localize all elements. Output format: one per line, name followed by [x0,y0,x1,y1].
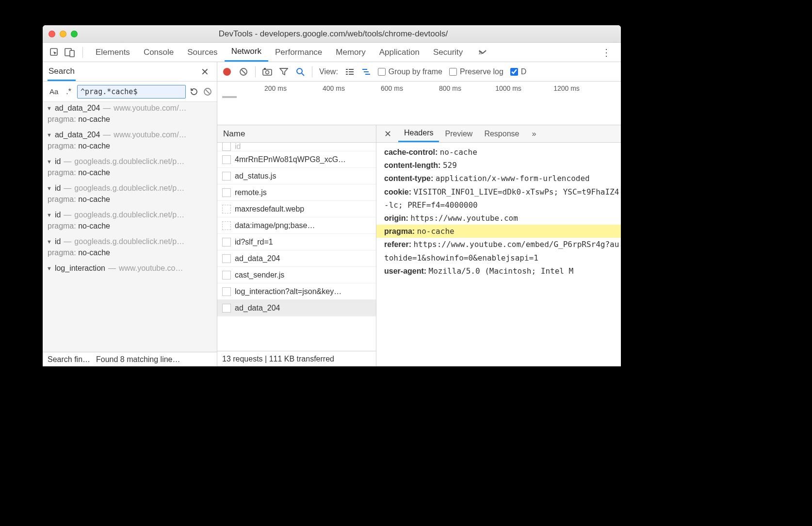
tab-sources[interactable]: Sources [180,43,224,62]
filter-icon[interactable] [279,67,289,77]
tab-application[interactable]: Application [373,43,426,62]
more-detail-tabs-icon[interactable]: » [527,130,541,138]
file-icon [222,304,231,312]
capture-screenshots-icon[interactable] [262,67,272,77]
request-row[interactable]: ad_data_204 [217,300,376,316]
request-row[interactable]: cast_sender.js [217,267,376,283]
request-row[interactable]: ad_data_204 [217,250,376,267]
search-result-file[interactable]: ▼id — googleads.g.doubleclick.net/p… [43,155,217,167]
timeline-tick: 800 ms [439,84,461,92]
request-row[interactable]: maxresdefault.webp [217,201,376,217]
name-column-header[interactable]: Name [217,125,376,143]
large-rows-icon[interactable] [345,67,355,77]
tab-network[interactable]: Network [225,43,268,62]
close-window-button[interactable] [49,31,55,37]
device-toggle-icon[interactable] [63,46,77,59]
search-results: ▼ad_data_204 — www.youtube.com/…pragma: … [43,102,217,352]
header-row[interactable]: cookie: VISITOR_INFO1_LIVE=dDk0-xTswPs; … [384,185,621,212]
refresh-search-icon[interactable] [190,87,198,96]
tab-console[interactable]: Console [137,43,180,62]
view-label: View: [319,67,338,76]
file-icon [222,155,231,164]
zoom-window-button[interactable] [71,31,78,37]
header-row[interactable]: pragma: no-cache [376,225,621,238]
group-by-frame-checkbox[interactable]: Group by frame [378,67,442,76]
waterfall-icon[interactable] [361,67,371,77]
header-row[interactable]: referer: https://www.youtube.com/embed/G… [384,238,621,264]
record-button[interactable] [222,67,232,77]
file-icon [222,188,231,197]
search-result-match[interactable]: pragma: no-cache [43,194,217,209]
detail-tab-preview[interactable]: Preview [439,125,478,142]
timeline-tick: 400 ms [323,84,345,92]
search-input[interactable] [77,85,186,99]
request-row[interactable]: log_interaction?alt=json&key… [217,283,376,300]
disclosure-icon: ▼ [47,159,52,164]
tab-security[interactable]: Security [426,43,470,62]
search-result-match[interactable]: pragma: no-cache [43,167,217,182]
disable-cache-checkbox-partial[interactable]: D [510,67,527,76]
tab-memory[interactable]: Memory [329,43,372,62]
request-row[interactable]: remote.js [217,184,376,201]
network-summary: 13 requests | 111 KB transferred [217,351,376,366]
disclosure-icon: ▼ [47,105,52,111]
disclosure-icon: ▼ [47,239,52,245]
request-row[interactable]: data:image/png;base… [217,217,376,234]
window-title: DevTools - developers.google.com/web/too… [78,29,589,39]
network-toolbar: View: Group by frame Preserve log D [217,62,621,82]
timeline-tick: 200 ms [264,84,287,92]
detail-tab-response[interactable]: Response [478,125,525,142]
search-result-file[interactable]: ▼ad_data_204 — www.youtube.com/… [43,129,217,140]
svg-point-7 [266,70,269,74]
request-list: Name id4mrRnEPnWo81qWPG8_xcG…ad_status.j… [217,125,376,366]
request-details: ✕ HeadersPreviewResponse » cache-control… [376,125,621,366]
file-icon [222,271,231,279]
search-result-match[interactable]: pragma: no-cache [43,140,217,155]
search-result-file[interactable]: ▼id — googleads.g.doubleclick.net/p… [43,209,217,220]
minimize-window-button[interactable] [60,31,66,37]
detail-tab-headers[interactable]: Headers [398,125,439,142]
settings-menu-icon[interactable]: ⋮ [597,47,616,58]
tab-performance[interactable]: Performance [268,43,329,62]
search-status-right: Found 8 matching line… [96,355,180,364]
svg-rect-6 [264,68,266,70]
header-row[interactable]: origin: https://www.youtube.com [384,212,621,225]
header-row[interactable]: cache-control: no-cache [384,146,621,159]
request-row[interactable]: ad_status.js [217,168,376,184]
regex-button[interactable]: .* [64,87,73,96]
disclosure-icon: ▼ [47,185,52,191]
header-row[interactable]: content-length: 529 [384,159,621,172]
search-result-match[interactable]: pragma: no-cache [43,114,217,129]
inspect-icon[interactable] [48,46,61,59]
close-details-icon[interactable]: ✕ [379,129,396,139]
search-result-match[interactable]: pragma: no-cache [43,220,217,235]
file-icon [222,238,231,247]
search-controls: Aa .* [43,82,217,102]
match-case-button[interactable]: Aa [48,87,60,96]
search-result-match[interactable]: pragma: no-cache [43,247,217,262]
search-icon[interactable] [295,67,305,77]
search-result-file[interactable]: ▼ad_data_204 — www.youtube.com/… [43,102,217,114]
search-result-file[interactable]: ▼log_interaction — www.youtube.co… [43,262,217,274]
clear-button[interactable] [239,67,248,77]
clear-search-icon[interactable] [203,87,212,96]
header-row[interactable]: user-agent: Mozilla/5.0 (Macintosh; Inte… [384,264,621,278]
file-icon [222,287,231,296]
disclosure-icon: ▼ [47,212,52,218]
request-row[interactable]: id?slf_rd=1 [217,234,376,250]
header-row[interactable]: content-type: application/x-www-form-url… [384,172,621,185]
timeline-overview[interactable]: 200 ms400 ms600 ms800 ms1000 ms1200 ms [217,82,621,125]
preserve-log-checkbox[interactable]: Preserve log [449,67,503,76]
search-result-file[interactable]: ▼id — googleads.g.doubleclick.net/p… [43,182,217,194]
search-result-file[interactable]: ▼id — googleads.g.doubleclick.net/p… [43,235,217,247]
tab-elements[interactable]: Elements [89,43,137,62]
file-icon [222,172,231,181]
more-tabs-icon[interactable]: » [473,43,487,62]
request-row[interactable]: 4mrRnEPnWo81qWPG8_xcG… [217,151,376,168]
main-tabs: ElementsConsoleSourcesNetworkPerformance… [43,43,621,62]
close-search-icon[interactable]: ✕ [198,66,212,78]
disclosure-icon: ▼ [47,265,52,271]
request-row[interactable]: id [217,143,376,151]
file-icon [222,221,231,230]
titlebar: DevTools - developers.google.com/web/too… [43,25,621,43]
